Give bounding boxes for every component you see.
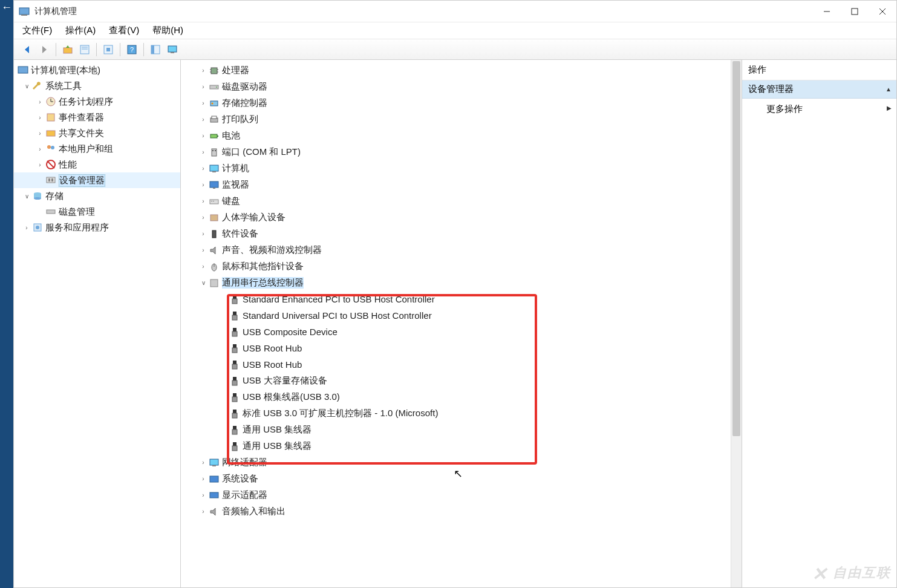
device-category-display[interactable]: ›显示适配器 <box>181 487 731 503</box>
maximize-button[interactable] <box>841 1 869 22</box>
device-category-ports[interactable]: ›端口 (COM 和 LPT) <box>181 144 731 160</box>
expand-icon[interactable]: › <box>199 100 207 106</box>
collapse-icon[interactable]: ∨ <box>22 193 31 200</box>
category-label: 鼠标和其他指针设备 <box>222 261 304 272</box>
expand-icon[interactable]: › <box>199 214 207 221</box>
device-category-software_dev[interactable]: ›软件设备 <box>181 226 731 242</box>
more-actions-item[interactable]: 更多操作 ▶ <box>742 99 896 115</box>
expand-icon[interactable]: › <box>36 130 44 137</box>
menu-action[interactable]: 操作(A) <box>65 25 96 36</box>
tree-device-manager[interactable]: 设备管理器 <box>14 172 180 188</box>
device-category-system_dev[interactable]: ›系统设备 <box>181 471 731 487</box>
expand-icon[interactable]: › <box>36 146 44 152</box>
expand-icon[interactable]: › <box>199 116 207 123</box>
help-button[interactable]: ? <box>125 42 139 57</box>
usb-device-item[interactable]: USB Root Hub <box>181 356 731 373</box>
refresh-button[interactable] <box>101 42 116 57</box>
usb-device-item[interactable]: Standard Enhanced PCI to USB Host Contro… <box>181 291 731 307</box>
usb-device-item[interactable]: USB 大容量存储设备 <box>181 373 731 389</box>
device-category-usb_ctrl[interactable]: ∨通用串行总线控制器 <box>181 275 731 291</box>
device-category-hid[interactable]: ›人体学输入设备 <box>181 209 731 226</box>
usb-device-item[interactable]: 通用 USB 集线器 <box>181 438 731 454</box>
svg-rect-75 <box>233 377 236 381</box>
computer-mgmt-icon <box>18 65 28 76</box>
expand-icon[interactable]: › <box>199 83 207 90</box>
keyboard-icon <box>209 196 220 207</box>
expand-icon[interactable]: › <box>36 162 44 168</box>
usb-device-item[interactable]: USB Root Hub <box>181 340 731 356</box>
expand-icon[interactable]: › <box>22 224 31 231</box>
display-icon <box>209 490 220 501</box>
actions-subheader[interactable]: 设备管理器 ▲ <box>742 80 896 99</box>
device-category-network[interactable]: ›网络适配器 <box>181 454 731 471</box>
tree-event-viewer[interactable]: ›事件查看器 <box>14 109 180 125</box>
menu-file[interactable]: 文件(F) <box>22 25 52 36</box>
device-category-audio_io[interactable]: ›音频输入和输出 <box>181 503 731 520</box>
category-label: 通用串行总线控制器 <box>222 277 304 289</box>
expand-icon[interactable]: › <box>199 132 207 139</box>
expand-icon[interactable]: › <box>199 475 207 482</box>
usb-device-item[interactable]: USB Composite Device <box>181 324 731 340</box>
network-icon <box>209 457 220 468</box>
close-button[interactable] <box>869 1 896 22</box>
scrollbar[interactable] <box>731 60 742 587</box>
expand-icon[interactable]: › <box>199 165 207 172</box>
tree-services-apps[interactable]: ›服务和应用程序 <box>14 220 180 235</box>
show-hide-tree-button[interactable] <box>148 42 163 57</box>
device-category-storage_ctrl[interactable]: ›存储控制器 <box>181 95 731 111</box>
system-back-icon[interactable]: ← <box>0 0 13 15</box>
menu-view[interactable]: 查看(V) <box>109 25 139 36</box>
expand-icon[interactable]: › <box>199 149 207 155</box>
expand-icon[interactable]: › <box>36 114 44 121</box>
device-category-sound[interactable]: ›声音、视频和游戏控制器 <box>181 242 731 258</box>
expand-icon[interactable]: › <box>199 508 207 515</box>
device-category-mouse[interactable]: ›鼠标和其他指针设备 <box>181 258 731 275</box>
expand-icon[interactable]: › <box>199 263 207 270</box>
up-level-button[interactable] <box>60 42 75 57</box>
nav-back-button[interactable] <box>20 42 34 57</box>
collapse-icon[interactable]: ∨ <box>199 279 207 286</box>
tree-root[interactable]: 计算机管理(本地) <box>14 62 180 78</box>
usb-device-item[interactable]: 通用 USB 集线器 <box>181 422 731 438</box>
expand-icon[interactable]: › <box>199 247 207 253</box>
scrollbar-thumb[interactable] <box>732 61 740 436</box>
collapse-icon[interactable]: ∨ <box>22 83 31 90</box>
left-tree-panel[interactable]: 计算机管理(本地) ∨系统工具 ›任务计划程序 ›事件查看器 ›共享文件夹 ›本… <box>14 60 181 587</box>
expand-icon[interactable]: › <box>199 67 207 74</box>
menu-help[interactable]: 帮助(H) <box>152 25 183 36</box>
usb-device-item[interactable]: USB 根集线器(USB 3.0) <box>181 389 731 405</box>
device-category-monitor[interactable]: ›监视器 <box>181 177 731 193</box>
svg-rect-49 <box>217 136 218 137</box>
properties-button[interactable] <box>77 42 92 57</box>
expand-icon[interactable]: › <box>199 181 207 188</box>
expand-icon[interactable]: › <box>199 230 207 237</box>
tree-task-scheduler[interactable]: ›任务计划程序 <box>14 94 180 109</box>
nav-forward-button[interactable] <box>37 42 51 57</box>
tree-disk-management[interactable]: 磁盘管理 <box>14 204 180 220</box>
usb-device-item[interactable]: 标准 USB 3.0 可扩展主机控制器 - 1.0 (Microsoft) <box>181 405 731 422</box>
device-category-battery[interactable]: ›电池 <box>181 128 731 144</box>
tree-performance[interactable]: ›性能 <box>14 157 180 172</box>
tree-system-tools[interactable]: ∨系统工具 <box>14 78 180 94</box>
svg-rect-85 <box>210 459 218 465</box>
expand-icon[interactable]: › <box>199 492 207 498</box>
tree-storage[interactable]: ∨存储 <box>14 188 180 204</box>
device-category-disk_drives[interactable]: ›磁盘驱动器 <box>181 79 731 95</box>
usb-device-item[interactable]: Standard Universal PCI to USB Host Contr… <box>181 307 731 324</box>
tree-shared-folders[interactable]: ›共享文件夹 <box>14 125 180 141</box>
sound-icon <box>209 245 220 256</box>
tree-local-users[interactable]: ›本地用户和组 <box>14 141 180 157</box>
expand-icon[interactable]: › <box>199 198 207 204</box>
monitor-button[interactable] <box>165 42 180 57</box>
device-category-keyboard[interactable]: ›键盘 <box>181 193 731 209</box>
tree-label: 计算机管理(本地) <box>31 65 100 76</box>
svg-rect-17 <box>171 52 174 53</box>
device-category-print_queue[interactable]: ›打印队列 <box>181 111 731 128</box>
expand-icon[interactable]: › <box>36 99 44 105</box>
minimize-button[interactable] <box>813 1 841 22</box>
expand-icon[interactable]: › <box>199 459 207 466</box>
device-tree[interactable]: ›处理器›磁盘驱动器›存储控制器›打印队列›电池›端口 (COM 和 LPT)›… <box>181 60 731 587</box>
category-label: 打印队列 <box>222 114 258 125</box>
device-category-processor[interactable]: ›处理器 <box>181 62 731 79</box>
device-category-computer[interactable]: ›计算机 <box>181 160 731 177</box>
